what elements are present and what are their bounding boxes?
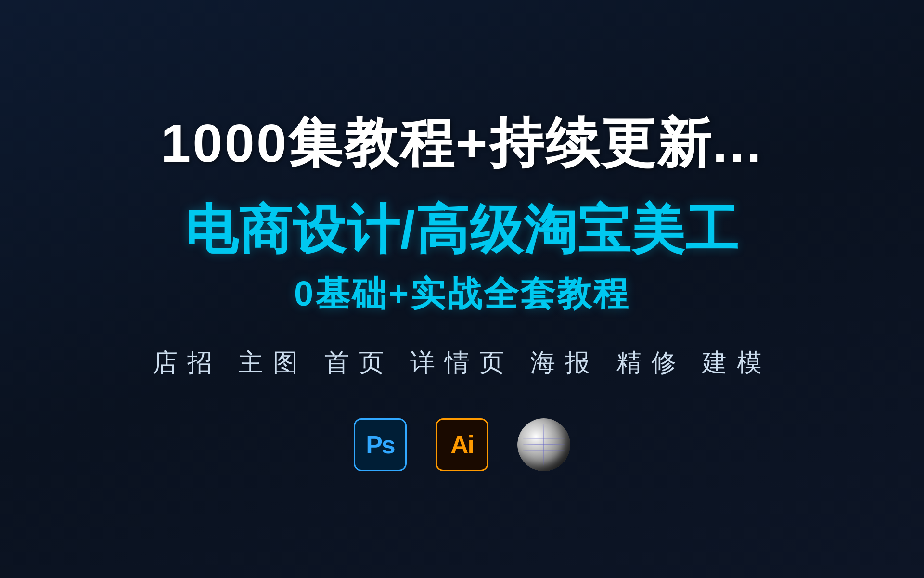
cinema4d-sphere bbox=[517, 418, 570, 471]
main-container: 1000集教程+持续更新... 电商设计/高级淘宝美工 0基础+实战全套教程 店… bbox=[0, 0, 924, 578]
ai-label: Ai bbox=[450, 430, 474, 459]
subtitle: 店招 主图 首页 详情页 海报 精修 建模 bbox=[153, 346, 772, 380]
illustrator-icon: Ai bbox=[436, 418, 488, 471]
main-title-line3: 0基础+实战全套教程 bbox=[294, 271, 630, 317]
software-icons-row: Ps Ai bbox=[354, 418, 570, 471]
main-title-line1: 1000集教程+持续更新... bbox=[161, 107, 763, 180]
ps-label: Ps bbox=[366, 430, 395, 459]
photoshop-icon: Ps bbox=[354, 418, 407, 471]
cinema4d-icon bbox=[517, 418, 570, 471]
main-title-line2: 电商设计/高级淘宝美工 bbox=[185, 194, 740, 266]
